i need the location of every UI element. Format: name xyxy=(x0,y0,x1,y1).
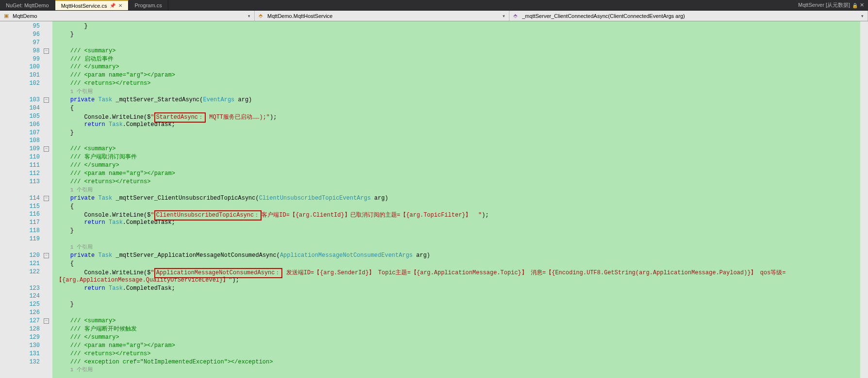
editor-margin xyxy=(0,21,10,378)
code-area[interactable]: } } /// <summary> /// 启动后事件 /// </summar… xyxy=(52,21,860,378)
nav-member[interactable]: _mqttServer_ClientConnectedAsync(ClientC… xyxy=(509,11,868,21)
method-icon xyxy=(513,13,520,19)
cube-icon xyxy=(4,13,11,19)
editor: 9596979899100101102103104105106107108109… xyxy=(0,21,868,378)
nav-class[interactable]: MqttDemo.MqttHostService ▾ xyxy=(255,11,509,21)
fold-toggle[interactable]: − xyxy=(44,48,49,54)
nav-label: MqttDemo.MqttHostService xyxy=(267,13,332,19)
fold-toggle[interactable]: − xyxy=(44,196,49,201)
nav-label: _mqttServer_ClientConnectedAsync(ClientC… xyxy=(522,13,685,19)
line-number-gutter: 9596979899100101102103104105106107108109… xyxy=(10,21,44,378)
nav-project[interactable]: MqttDemo ▾ xyxy=(0,11,255,21)
vertical-scrollbar[interactable] xyxy=(860,21,868,378)
lock-icon xyxy=(852,2,858,8)
navigation-bar: MqttDemo ▾ MqttDemo.MqttHostService ▾ _m… xyxy=(0,11,868,21)
chevron-down-icon: ▾ xyxy=(503,14,505,18)
close-icon[interactable]: ✕ xyxy=(860,2,864,8)
fold-toggle[interactable]: − xyxy=(44,253,49,258)
tab-label: MqttHostService.cs xyxy=(61,3,107,9)
status-label: MqttServer [从元数据] xyxy=(798,1,850,9)
nav-label: MqttDemo xyxy=(13,13,37,19)
tab-nuget[interactable]: NuGet: MqttDemo xyxy=(0,0,55,10)
fold-toggle[interactable]: − xyxy=(44,318,49,324)
status-right: MqttServer [从元数据] ✕ xyxy=(794,0,868,10)
fold-toggle[interactable]: − xyxy=(44,146,49,152)
tab-label: NuGet: MqttDemo xyxy=(6,2,49,8)
document-tabs-bar: NuGet: MqttDemo MqttHostService.cs 📌 ✕ P… xyxy=(0,0,868,11)
tab-label: Program.cs xyxy=(134,2,162,8)
chevron-down-icon: ▾ xyxy=(248,14,250,18)
pin-icon[interactable]: 📌 xyxy=(110,3,115,8)
class-icon xyxy=(259,13,265,19)
tab-mqtthostservice[interactable]: MqttHostService.cs 📌 ✕ xyxy=(55,0,129,10)
chevron-down-icon: ▾ xyxy=(861,14,864,18)
fold-gutter: −−−−−− xyxy=(44,21,52,378)
fold-toggle[interactable]: − xyxy=(44,97,49,103)
tab-program[interactable]: Program.cs xyxy=(129,0,168,10)
close-icon[interactable]: ✕ xyxy=(118,3,122,8)
